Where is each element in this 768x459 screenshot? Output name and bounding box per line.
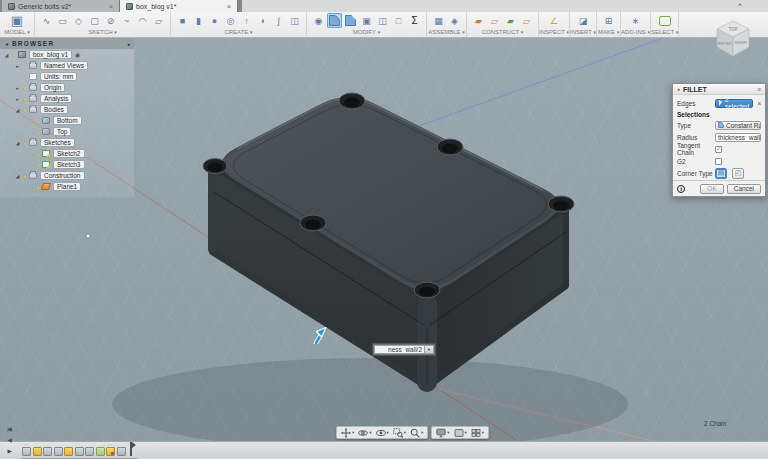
pan-icon[interactable]: ▾ — [339, 428, 356, 438]
tree-item-label[interactable]: Analysis — [40, 94, 72, 103]
visibility-bulb-icon[interactable]: ● — [21, 173, 28, 179]
construction-axis-icon[interactable]: ▰ — [503, 13, 518, 28]
display-settings-icon[interactable]: ▾ — [434, 428, 451, 438]
mirror-icon[interactable]: ◫ — [287, 13, 302, 28]
radius-input[interactable]: thickness_wall / 2 ▾ — [715, 133, 761, 142]
offset-plane-icon[interactable]: ▰ — [471, 13, 486, 28]
browser-item-construction[interactable]: ◢ ● Construction — [0, 170, 134, 181]
expand-arrow-icon[interactable]: ▸ — [14, 96, 21, 102]
add-ins-icon[interactable]: ∗ — [628, 13, 643, 28]
split-body-icon[interactable]: ◫ — [375, 13, 390, 28]
go-to-start-button[interactable]: |◀ — [4, 423, 14, 434]
toolbar-collapse-icon[interactable]: ^ — [738, 1, 742, 11]
change-parameters-icon[interactable]: Σ — [407, 13, 422, 28]
tab-box-blog[interactable]: box_blog v1* × — [120, 0, 238, 12]
arc-icon[interactable]: ◠ — [135, 13, 150, 28]
sketch-feature[interactable] — [33, 447, 42, 456]
tree-item-label[interactable]: Sketch2 — [53, 149, 85, 158]
tree-item-label[interactable]: Construction — [40, 171, 85, 180]
extrude-icon[interactable]: ↑ — [239, 13, 254, 28]
tree-item-label[interactable]: Sketch3 — [53, 160, 85, 169]
cancel-button[interactable]: Cancel — [727, 184, 761, 194]
close-tab-icon[interactable]: × — [109, 3, 113, 10]
single-viewport-icon[interactable]: ▾ — [452, 428, 469, 438]
box-icon[interactable]: ■ — [175, 13, 190, 28]
selections-section[interactable]: Selections — [677, 109, 761, 119]
sweep-icon[interactable]: ∫ — [271, 13, 286, 28]
cylinder-icon[interactable]: ▮ — [191, 13, 206, 28]
zoom-icon[interactable]: ▾ — [408, 428, 425, 438]
tab-generic-bolts[interactable]: Generic bolts v2* × — [2, 0, 120, 12]
curve-icon[interactable]: ~ — [119, 13, 134, 28]
add-ins-dropdown[interactable]: ADD-INS ▾ — [621, 29, 650, 37]
close-tab-icon[interactable]: × — [227, 3, 231, 10]
fillet-feature[interactable] — [117, 447, 126, 456]
assemble-dropdown[interactable]: ASSEMBLE ▾ — [428, 29, 465, 37]
clear-selection-icon[interactable]: × — [757, 100, 761, 107]
browser-item-named-views[interactable]: ▸ Named Views — [0, 60, 134, 71]
visibility-bulb-icon[interactable]: ● — [34, 184, 41, 190]
g2-checkbox[interactable] — [715, 158, 722, 165]
browser-item-top[interactable]: ● Top — [0, 126, 134, 137]
browser-item-sketch2[interactable]: ● Sketch2 — [0, 148, 134, 159]
tangent-chain-checkbox[interactable]: ✓ — [715, 146, 722, 153]
press-pull-icon[interactable]: ◉ — [311, 13, 326, 28]
setback-corner-button[interactable]: ◰ — [732, 168, 744, 179]
inspect-dropdown[interactable]: INSPECT ▾ — [539, 29, 569, 37]
view-cube[interactable]: TOP FRONT RIGHT — [708, 14, 758, 64]
polygon-icon[interactable]: ◇ — [71, 13, 86, 28]
dialog-menu-icon[interactable]: ≡ — [757, 86, 761, 93]
tree-item-label[interactable]: Units: mm — [40, 72, 77, 81]
extrude-feature[interactable] — [43, 447, 52, 456]
tree-item-label[interactable]: Top — [53, 127, 71, 136]
collapse-browser-icon[interactable]: ◄ — [4, 41, 9, 47]
fillet-dialog-titlebar[interactable]: ● FILLET ≡ — [673, 84, 765, 95]
create-dropdown[interactable]: CREATE ▾ — [224, 29, 252, 37]
expand-arrow-icon[interactable]: ▸ — [14, 85, 21, 91]
browser-item-sketches[interactable]: ◢ ● Sketches — [0, 137, 134, 148]
construct-dropdown[interactable]: CONSTRUCT ▾ — [482, 29, 524, 37]
visibility-bulb-icon[interactable]: ● — [10, 52, 17, 58]
midplane-icon[interactable]: ▱ — [487, 13, 502, 28]
visibility-bulb-icon[interactable]: ● — [21, 107, 28, 113]
model-workspace-icon[interactable]: ▣ — [4, 12, 30, 29]
browser-item-bodies[interactable]: ◢ ● Bodies — [0, 104, 134, 115]
visibility-bulb-icon[interactable]: ● — [21, 140, 28, 146]
chevron-down-icon[interactable]: ▾ — [425, 345, 434, 354]
combine-feature[interactable] — [85, 447, 94, 456]
sketch-feature[interactable] — [64, 447, 73, 456]
shell-feature[interactable] — [54, 447, 63, 456]
spline-icon[interactable]: ∿ — [39, 13, 54, 28]
torus-icon[interactable]: ◎ — [223, 13, 238, 28]
tree-item-label[interactable]: Origin — [40, 83, 65, 92]
visibility-bulb-icon[interactable]: ● — [34, 151, 41, 157]
slot-icon[interactable]: ▢ — [87, 13, 102, 28]
tree-item-label[interactable]: box_blog v1 — [29, 50, 72, 59]
rolling-ball-corner-button[interactable]: ▤ — [715, 168, 727, 179]
project-icon[interactable]: ▱ — [151, 13, 166, 28]
insert-dropdown[interactable]: INSERT ▾ — [570, 29, 596, 37]
expand-arrow-icon[interactable]: ▸ — [14, 63, 21, 69]
info-icon[interactable]: i — [677, 185, 685, 193]
tree-item-label[interactable]: Bottom — [53, 116, 82, 125]
timeline-position-marker[interactable] — [128, 442, 136, 456]
extrude-feature[interactable] — [75, 447, 84, 456]
shell-icon[interactable]: □ — [391, 13, 406, 28]
construction-point-icon[interactable]: ▱ — [519, 13, 534, 28]
browser-item-units[interactable]: Units: mm — [0, 71, 134, 82]
visibility-bulb-icon[interactable]: ● — [34, 162, 41, 168]
combine-icon[interactable]: ▣ — [359, 13, 374, 28]
radius-value-field[interactable]: ness_wall/2 — [374, 345, 425, 354]
step-back-button[interactable]: ◀ — [4, 434, 14, 445]
play-button[interactable]: ▶ — [4, 445, 14, 456]
browser-filter-icon[interactable]: ● — [127, 41, 130, 47]
insert-canvas-icon[interactable]: ◪ — [576, 13, 591, 28]
expand-arrow-icon[interactable]: ◢ — [14, 140, 21, 146]
model-dropdown[interactable]: MODEL ▾ — [4, 29, 29, 37]
browser-item-origin[interactable]: ▸ ● Origin — [0, 82, 134, 93]
sphere-icon[interactable]: ● — [207, 13, 222, 28]
browser-item-analysis[interactable]: ▸ ● Analysis — [0, 93, 134, 104]
edges-selection-chip[interactable]: 2 selected — [715, 99, 753, 108]
modify-dropdown[interactable]: MODIFY ▾ — [353, 29, 380, 37]
browser-item-root[interactable]: ◢ ● box_blog v1 ◉ — [0, 49, 134, 60]
